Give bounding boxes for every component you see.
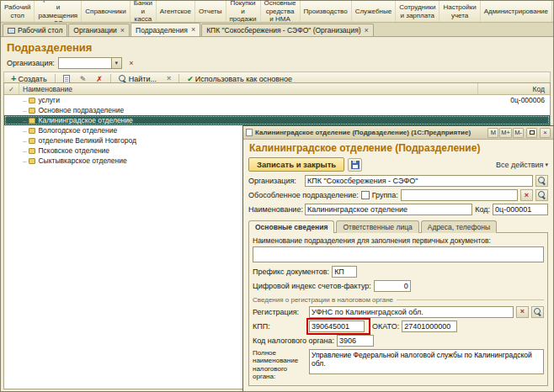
- dialog-tab[interactable]: Ответственные лица: [336, 220, 418, 233]
- save-button[interactable]: [348, 158, 362, 172]
- window-tab[interactable]: Подразделения×: [131, 23, 200, 36]
- clear-org-filter-icon[interactable]: ×: [125, 57, 137, 69]
- subdivision-icon: [29, 118, 35, 124]
- separate-subdivision-label: Обособленное подразделение:: [248, 191, 359, 199]
- chevron-down-icon[interactable]: ▾: [111, 58, 121, 68]
- tax-fullname-textarea[interactable]: Управление Федеральной налоговой службы …: [309, 349, 544, 374]
- prefix-row: Префикс документов:: [253, 266, 544, 278]
- okato-field[interactable]: [402, 320, 457, 332]
- menu-item[interactable]: Отчеты: [195, 1, 226, 22]
- org-select-button[interactable]: [535, 175, 548, 187]
- all-actions-button[interactable]: Все действия ▾: [496, 161, 548, 169]
- menu-item[interactable]: Покупки и продажи: [226, 1, 261, 22]
- dialog-title: Калининградское отделение (Подразделение…: [255, 129, 485, 136]
- create-button-label: Создать: [18, 75, 46, 83]
- row-check-cell: [4, 125, 19, 135]
- tax-fullname-label: Полное наименование налогового органа:: [253, 349, 306, 381]
- registration-clear-button[interactable]: ×: [516, 306, 529, 318]
- name-field-label: Наименование:: [248, 205, 302, 214]
- tax-code-row: Код налогового органа:: [253, 335, 544, 347]
- dialog-titlebar[interactable]: Калининградское отделение (Подразделение…: [243, 126, 553, 140]
- row-check-cell: [4, 146, 19, 156]
- menu-item[interactable]: Приложения и размещения ДС: [35, 1, 82, 22]
- kpp-okato-row: КПП: ОКАТО:: [253, 320, 544, 332]
- name-column-header[interactable]: Наименование: [19, 83, 477, 94]
- m-minus-icon[interactable]: М-: [513, 128, 524, 138]
- dialog-window-buttons: ММ+М-: [487, 128, 524, 138]
- tax-code-label: Код налогового органа:: [253, 336, 334, 345]
- m-icon[interactable]: М: [487, 128, 498, 138]
- window-tab-label: КПК "Сокосбережения - СЭФО" (Организация…: [206, 26, 360, 34]
- dialog-heading: Калининградское отделение (Подразделение…: [243, 140, 553, 156]
- menu-item[interactable]: Рабочий стол: [1, 1, 35, 22]
- close-tab-icon[interactable]: ×: [365, 27, 369, 34]
- menu-item[interactable]: Служебные: [352, 1, 396, 22]
- subdivision-icon: [29, 128, 35, 134]
- code-field[interactable]: [493, 204, 548, 215]
- menu-item[interactable]: Производство: [301, 1, 352, 22]
- magnifier-icon: [534, 308, 542, 316]
- table-row[interactable]: –Основное подразделение: [4, 105, 550, 115]
- menu-item[interactable]: Основные средства и НМА: [261, 1, 301, 22]
- tree-line: –: [23, 157, 26, 165]
- row-name-label: Вологодское отделение: [38, 126, 117, 135]
- group-field[interactable]: [401, 189, 518, 201]
- menu-item[interactable]: Справочники: [82, 1, 130, 22]
- group-clear-button[interactable]: ×: [520, 189, 533, 201]
- use-as-main-label: Использовать как основное: [195, 75, 292, 83]
- clear-icon: ×: [525, 192, 529, 199]
- save-and-close-button[interactable]: Записать и закрыть: [248, 157, 344, 172]
- check-column-header[interactable]: ✓: [4, 83, 19, 94]
- registration-field[interactable]: [309, 306, 514, 318]
- window-tab-label: Подразделения: [136, 26, 188, 34]
- tax-code-field[interactable]: [337, 335, 374, 347]
- primary-docs-textarea[interactable]: [253, 246, 544, 262]
- tax-section-label: Сведения о регистрации в налоговом орган…: [253, 296, 393, 304]
- table-row[interactable]: –услуги0ц-000006: [4, 95, 550, 105]
- subdivision-icon: [29, 138, 35, 144]
- separate-group-row: Обособленное подразделение: Группа: ×: [248, 189, 548, 201]
- find-button-label: Найти...: [129, 75, 157, 83]
- row-check-cell: [4, 105, 19, 115]
- magnifier-icon: [538, 191, 546, 199]
- row-name-label: Псковское отделение: [38, 146, 109, 155]
- kpp-field[interactable]: [309, 320, 365, 332]
- group-select-button[interactable]: [535, 189, 548, 201]
- copy-icon: [63, 75, 70, 83]
- dialog-tab[interactable]: Основные сведения: [248, 220, 334, 233]
- main-info-panel: Наименование подразделения для заполнени…: [248, 232, 548, 386]
- window-tab[interactable]: КПК "Сокосбережения - СЭФО" (Организация…: [201, 24, 374, 36]
- menu-item[interactable]: Учет, налоги, отчетность: [552, 1, 553, 22]
- row-name-cell: –Основное подразделение: [19, 106, 477, 114]
- restore-window-icon[interactable]: [526, 128, 537, 138]
- subdivisions-view: Подразделения Организация: ▾ × + Создать…: [1, 37, 553, 86]
- separate-subdivision-checkbox[interactable]: [361, 191, 370, 199]
- dialog-tab[interactable]: Адреса, телефоны: [421, 220, 497, 233]
- group-field-label: Группа:: [372, 191, 398, 199]
- registration-select-button[interactable]: [531, 306, 544, 318]
- code-column-header[interactable]: Код: [477, 83, 550, 94]
- subdivision-dialog: Калининградское отделение (Подразделение…: [242, 125, 554, 392]
- name-field[interactable]: [305, 204, 472, 215]
- org-filter-label: Организация:: [7, 59, 55, 67]
- invoice-index-field[interactable]: [374, 280, 411, 292]
- menu-item[interactable]: Сотрудники и зарплата: [396, 1, 439, 22]
- menu-item[interactable]: Агентское: [157, 1, 195, 22]
- form-icon: [246, 129, 253, 136]
- window-tab[interactable]: Организации×: [68, 24, 130, 36]
- window-tab[interactable]: Рабочий стол: [3, 24, 67, 36]
- org-field[interactable]: [305, 175, 533, 187]
- row-check-cell: [4, 135, 19, 146]
- menu-item[interactable]: Настройки учета: [439, 1, 480, 22]
- menu-item[interactable]: Администрирование: [481, 1, 552, 22]
- prefix-field[interactable]: [332, 266, 357, 278]
- m-plus-icon[interactable]: М+: [499, 128, 512, 138]
- cancel-search-icon: ×: [167, 75, 171, 82]
- close-window-icon[interactable]: ×: [540, 128, 551, 138]
- table-row[interactable]: –Калининградское отделение: [4, 115, 550, 125]
- org-filter-combo[interactable]: ▾: [58, 57, 122, 69]
- org-field-label: Организация:: [248, 177, 302, 185]
- close-tab-icon[interactable]: ×: [120, 27, 125, 34]
- close-tab-icon[interactable]: ×: [191, 26, 195, 34]
- menu-item[interactable]: Банки и касса: [131, 1, 157, 22]
